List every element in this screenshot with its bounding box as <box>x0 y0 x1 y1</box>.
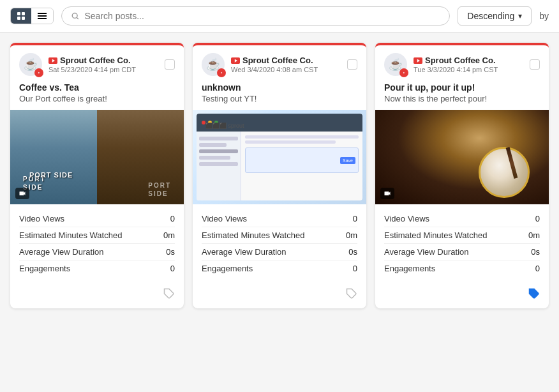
card-checkbox-3[interactable] <box>530 59 540 70</box>
stat-label-2: Average View Duration <box>384 247 469 257</box>
stat-value-3: 0 <box>170 264 175 273</box>
search-bar <box>61 6 450 26</box>
card-stats-3: Video Views 0 Estimated Minutes Watched … <box>375 204 549 283</box>
card-title-2: unknown <box>193 82 366 94</box>
account-date-3: Tue 3/3/2020 4:14 pm CST <box>414 66 523 73</box>
card-2: ☕ Sprout Coffee Co. <box>193 43 366 308</box>
stat-label-0: Video Views <box>202 214 247 223</box>
card-footer-1 <box>10 283 184 308</box>
stat-value-0: 0 <box>353 214 357 223</box>
svg-line-1 <box>77 18 78 19</box>
stat-value-0: 0 <box>170 214 175 223</box>
card-title-3: Pour it up, pour it up! <box>375 82 549 94</box>
stat-label-1: Estimated Minutes Watched <box>202 230 304 240</box>
cards-container: ☕ Sprout Coffee Co. <box>0 33 559 319</box>
avatar-1: ☕ <box>19 53 42 76</box>
stat-row: Engagements 0 <box>19 260 175 276</box>
list-view-button[interactable] <box>31 8 53 24</box>
card-desc-1: Our Port coffee is great! <box>10 94 184 110</box>
video-icon-3 <box>380 188 394 199</box>
stat-value-3: 0 <box>535 264 540 273</box>
youtube-icon-2 <box>231 57 240 64</box>
stat-label-2: Average View Duration <box>19 247 104 257</box>
search-icon <box>71 11 79 20</box>
stat-value-2: 0s <box>166 247 175 257</box>
card-footer-2 <box>193 283 366 308</box>
card-image-1: PORTSIDE PORTSIDE <box>10 110 184 204</box>
avatar-2: ☕ <box>202 53 225 76</box>
card-header-1: ☕ Sprout Coffee Co. <box>10 45 184 82</box>
view-toggle <box>10 8 54 24</box>
stat-label-3: Engagements <box>19 264 70 273</box>
video-icon-1 <box>15 188 29 199</box>
card-title-1: Coffee vs. Tea <box>10 82 184 94</box>
tag-icon-1[interactable] <box>163 288 175 302</box>
avatar-3: ☕ <box>384 53 407 76</box>
stat-value-2: 0s <box>531 247 540 257</box>
stat-label-2: Average View Duration <box>202 247 287 257</box>
youtube-icon-1 <box>48 57 57 64</box>
stat-row: Video Views 0 <box>384 211 540 227</box>
card-header-2: ☕ Sprout Coffee Co. <box>193 45 366 82</box>
search-input[interactable] <box>84 11 440 21</box>
sort-button[interactable]: Descending ▾ <box>458 6 532 26</box>
card-image-3 <box>375 110 549 204</box>
stat-label-0: Video Views <box>19 214 64 223</box>
stat-row: Average View Duration 0s <box>384 244 540 260</box>
account-date-1: Sat 5/23/2020 4:14 pm CDT <box>48 66 158 73</box>
stat-value-1: 0m <box>163 230 175 240</box>
stat-label-3: Engagements <box>384 264 435 273</box>
youtube-icon-3 <box>414 57 422 64</box>
card-stats-1: Video Views 0 Estimated Minutes Watched … <box>10 204 184 283</box>
stat-row: Engagements 0 <box>384 260 540 276</box>
list-icon <box>38 13 47 19</box>
stat-row: Estimated Minutes Watched 0m <box>19 227 175 244</box>
account-info-2: Sprout Coffee Co. Wed 3/4/2020 4:08 am C… <box>231 56 341 73</box>
youtube-badge-2 <box>217 68 226 77</box>
card-footer-3 <box>375 283 549 308</box>
topbar: Descending ▾ by <box>0 0 559 33</box>
card-header-3: ☕ Sprout Coffee Co. <box>375 45 549 82</box>
stat-value-1: 0m <box>346 230 357 240</box>
stat-label-3: Engagements <box>202 264 253 273</box>
youtube-badge-1 <box>34 68 43 77</box>
card-desc-3: Now this is the perfect pour! <box>375 94 549 110</box>
stat-value-2: 0s <box>348 247 357 257</box>
stat-row: Estimated Minutes Watched 0m <box>384 227 540 244</box>
card-stats-2: Video Views 0 Estimated Minutes Watched … <box>193 204 366 283</box>
stat-row: Average View Duration 0s <box>19 244 175 260</box>
stat-row: Engagements 0 <box>202 260 357 276</box>
card-desc-2: Testing out YT! <box>193 94 366 110</box>
by-label: by <box>539 11 549 21</box>
account-name-3: Sprout Coffee Co. <box>414 56 523 65</box>
stat-row: Video Views 0 <box>19 211 175 227</box>
stat-label-1: Estimated Minutes Watched <box>384 230 487 240</box>
stat-value-1: 0m <box>528 230 540 240</box>
card-3: ☕ Sprout Coffee Co. <box>375 43 549 308</box>
stat-row: Estimated Minutes Watched 0m <box>202 227 357 244</box>
account-info-1: Sprout Coffee Co. Sat 5/23/2020 4:14 pm … <box>48 56 158 73</box>
grid-icon <box>17 12 25 20</box>
stat-row: Video Views 0 <box>202 211 357 227</box>
account-date-2: Wed 3/4/2020 4:08 am CST <box>231 66 341 73</box>
chevron-down-icon: ▾ <box>518 11 522 20</box>
stat-row: Average View Duration 0s <box>202 244 357 260</box>
card-checkbox-1[interactable] <box>165 59 175 70</box>
stat-value-0: 0 <box>535 214 540 223</box>
tag-icon-3[interactable] <box>528 288 540 302</box>
grid-view-button[interactable] <box>11 8 31 24</box>
account-name-1: Sprout Coffee Co. <box>48 56 158 65</box>
sort-label: Descending <box>467 11 514 21</box>
stat-label-1: Estimated Minutes Watched <box>19 230 122 240</box>
stat-value-3: 0 <box>353 264 357 273</box>
card-checkbox-2[interactable] <box>347 59 357 70</box>
account-info-3: Sprout Coffee Co. Tue 3/3/2020 4:14 pm C… <box>414 56 523 73</box>
account-name-2: Sprout Coffee Co. <box>231 56 341 65</box>
svg-point-0 <box>72 13 77 19</box>
stat-label-0: Video Views <box>384 214 429 223</box>
card-image-2: Save <box>193 110 366 204</box>
tag-icon-2[interactable] <box>346 288 357 302</box>
youtube-badge-3 <box>399 68 408 77</box>
card-1: ☕ Sprout Coffee Co. <box>10 43 184 308</box>
